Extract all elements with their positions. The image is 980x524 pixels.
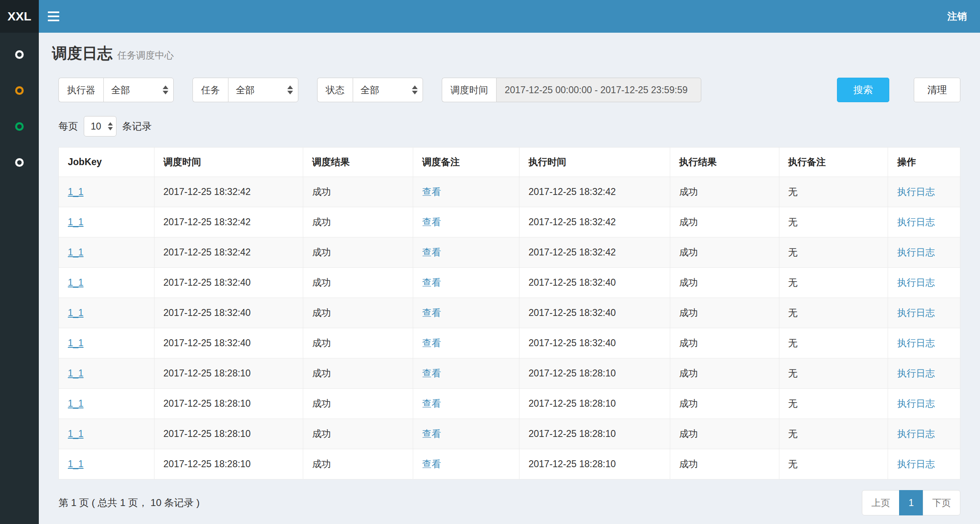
exec-log-link[interactable]: 执行日志 xyxy=(897,277,935,288)
page-title: 调度日志任务调度中心 xyxy=(52,44,960,65)
handle-msg-cell: 无 xyxy=(779,268,888,298)
trigger-result-cell: 成功 xyxy=(303,268,413,298)
job-key-link-cell: 1_1 xyxy=(59,328,154,358)
trigger-msg-link[interactable]: 查看 xyxy=(422,277,441,288)
handle-time-cell: 2017-12-25 18:32:40 xyxy=(519,328,670,358)
page-title-text: 调度日志 xyxy=(52,45,112,62)
exec-log-link[interactable]: 执行日志 xyxy=(897,398,935,409)
trigger-time-range-input[interactable]: 2017-12-25 00:00:00 - 2017-12-25 23:59:5… xyxy=(496,78,701,102)
trigger-msg-link[interactable]: 查看 xyxy=(422,247,441,258)
job-key-link-cell: 1_1 xyxy=(59,419,154,449)
circle-icon xyxy=(15,50,24,59)
exec-log-link-cell: 执行日志 xyxy=(888,298,960,328)
trigger-msg-link[interactable]: 查看 xyxy=(422,428,441,439)
search-button[interactable]: 搜索 xyxy=(837,78,889,102)
sidebar-item-1[interactable] xyxy=(0,48,39,61)
job-key-link[interactable]: 1_1 xyxy=(68,277,83,288)
trigger-result-cell: 成功 xyxy=(303,237,413,268)
table-row: 1_12017-12-25 18:28:10成功查看2017-12-25 18:… xyxy=(59,419,960,449)
page-number-button[interactable]: 1 xyxy=(899,490,923,515)
page-subtitle: 任务调度中心 xyxy=(117,50,174,60)
logout-link[interactable]: 注销 xyxy=(934,10,980,23)
exec-log-link[interactable]: 执行日志 xyxy=(897,217,935,227)
trigger-msg-link-cell: 查看 xyxy=(413,207,519,237)
trigger-result-cell: 成功 xyxy=(303,358,413,389)
job-key-link[interactable]: 1_1 xyxy=(68,217,83,227)
trigger-msg-link[interactable]: 查看 xyxy=(422,186,441,197)
trigger-msg-link-cell: 查看 xyxy=(413,419,519,449)
executor-label: 执行器 xyxy=(58,78,103,102)
column-header: 执行备注 xyxy=(779,148,888,177)
trigger-result-cell: 成功 xyxy=(303,207,413,237)
job-key-link[interactable]: 1_1 xyxy=(68,307,83,318)
status-select[interactable]: 全部 xyxy=(353,78,423,102)
handle-time-cell: 2017-12-25 18:28:10 xyxy=(519,419,670,449)
trigger-time-cell: 2017-12-25 18:32:40 xyxy=(154,298,303,328)
sidebar-item-3[interactable] xyxy=(0,120,39,133)
job-key-link[interactable]: 1_1 xyxy=(68,398,83,409)
app-root: XXL 注销 调度日志任务调度中心 执行器 xyxy=(0,0,980,524)
executor-filter-group: 执行器 全部 xyxy=(58,78,174,102)
trigger-msg-link[interactable]: 查看 xyxy=(422,398,441,409)
page-size-select[interactable]: 10 xyxy=(84,116,116,137)
exec-log-link[interactable]: 执行日志 xyxy=(897,307,935,318)
exec-log-link[interactable]: 执行日志 xyxy=(897,428,935,439)
handle-msg-cell: 无 xyxy=(779,419,888,449)
handle-result-cell: 成功 xyxy=(670,268,779,298)
page-size-prefix-label: 每页 xyxy=(58,120,78,133)
trigger-msg-link[interactable]: 查看 xyxy=(422,338,441,348)
exec-log-link[interactable]: 执行日志 xyxy=(897,368,935,378)
column-header: 调度结果 xyxy=(303,148,413,177)
job-select-value: 全部 xyxy=(236,84,255,96)
trigger-msg-link[interactable]: 查看 xyxy=(422,459,441,469)
exec-log-link[interactable]: 执行日志 xyxy=(897,186,935,197)
prev-page-button[interactable]: 上页 xyxy=(862,490,899,515)
trigger-time-cell: 2017-12-25 18:32:40 xyxy=(154,268,303,298)
handle-time-cell: 2017-12-25 18:32:40 xyxy=(519,268,670,298)
exec-log-link[interactable]: 执行日志 xyxy=(897,247,935,258)
exec-log-link[interactable]: 执行日志 xyxy=(897,338,935,348)
pagination-summary: 第 1 页 ( 总共 1 页， 10 条记录 ) xyxy=(58,496,199,509)
sidebar-item-2[interactable] xyxy=(0,84,39,97)
trigger-msg-link[interactable]: 查看 xyxy=(422,307,441,318)
handle-result-cell: 成功 xyxy=(670,177,779,207)
exec-log-link[interactable]: 执行日志 xyxy=(897,459,935,469)
trigger-time-cell: 2017-12-25 18:32:42 xyxy=(154,177,303,207)
trigger-msg-link[interactable]: 查看 xyxy=(422,217,441,227)
job-key-link[interactable]: 1_1 xyxy=(68,186,83,197)
body-wrap: 调度日志任务调度中心 执行器 全部 任务 全部 xyxy=(0,33,980,524)
table-footer: 第 1 页 ( 总共 1 页， 10 条记录 ) 上页 1 下页 xyxy=(58,490,960,515)
handle-time-cell: 2017-12-25 18:28:10 xyxy=(519,449,670,479)
trigger-msg-link[interactable]: 查看 xyxy=(422,368,441,378)
job-key-link[interactable]: 1_1 xyxy=(68,368,83,378)
executor-select[interactable]: 全部 xyxy=(103,78,174,102)
handle-time-cell: 2017-12-25 18:28:10 xyxy=(519,358,670,389)
job-key-link[interactable]: 1_1 xyxy=(68,428,83,439)
table-row: 1_12017-12-25 18:32:40成功查看2017-12-25 18:… xyxy=(59,328,960,358)
navbar-main: 注销 xyxy=(39,0,980,33)
table-row: 1_12017-12-25 18:28:10成功查看2017-12-25 18:… xyxy=(59,449,960,479)
next-page-button[interactable]: 下页 xyxy=(923,490,960,515)
app-logo[interactable]: XXL xyxy=(0,0,39,33)
top-navbar: XXL 注销 xyxy=(0,0,980,33)
job-select[interactable]: 全部 xyxy=(228,78,298,102)
table-row: 1_12017-12-25 18:32:42成功查看2017-12-25 18:… xyxy=(59,207,960,237)
handle-result-cell: 成功 xyxy=(670,298,779,328)
exec-log-link-cell: 执行日志 xyxy=(888,268,960,298)
handle-msg-cell: 无 xyxy=(779,298,888,328)
exec-log-link-cell: 执行日志 xyxy=(888,449,960,479)
job-key-link[interactable]: 1_1 xyxy=(68,338,83,348)
job-key-link-cell: 1_1 xyxy=(59,237,154,268)
sidebar-item-4[interactable] xyxy=(0,156,39,169)
table-row: 1_12017-12-25 18:28:10成功查看2017-12-25 18:… xyxy=(59,389,960,419)
sidebar-toggle-button[interactable] xyxy=(39,0,68,33)
clear-button[interactable]: 清理 xyxy=(914,78,960,102)
job-key-link[interactable]: 1_1 xyxy=(68,459,83,469)
job-key-link-cell: 1_1 xyxy=(59,268,154,298)
trigger-result-cell: 成功 xyxy=(303,389,413,419)
handle-time-cell: 2017-12-25 18:32:40 xyxy=(519,298,670,328)
trigger-time-cell: 2017-12-25 18:28:10 xyxy=(154,358,303,389)
job-key-link[interactable]: 1_1 xyxy=(68,247,83,258)
page-size-value: 10 xyxy=(91,121,101,132)
content-area: 调度日志任务调度中心 执行器 全部 任务 全部 xyxy=(39,33,980,524)
